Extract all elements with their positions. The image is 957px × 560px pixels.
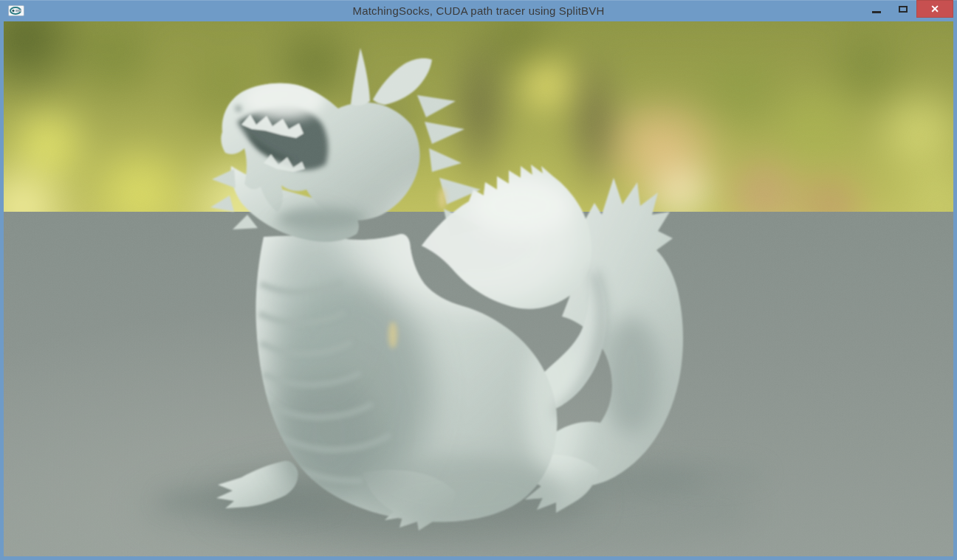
minimize-icon xyxy=(872,11,881,13)
close-button[interactable]: ✕ xyxy=(916,0,953,18)
dragon-render xyxy=(4,21,953,556)
app-icon[interactable] xyxy=(8,5,24,16)
window-controls: ✕ xyxy=(863,0,953,18)
render-noise xyxy=(4,21,953,556)
titlebar[interactable]: MatchingSocks, CUDA path tracer using Sp… xyxy=(0,0,957,21)
app-window: MatchingSocks, CUDA path tracer using Sp… xyxy=(0,0,957,560)
maximize-button[interactable] xyxy=(890,0,916,18)
minimize-button[interactable] xyxy=(863,0,890,18)
window-title: MatchingSocks, CUDA path tracer using Sp… xyxy=(0,4,957,17)
maximize-icon xyxy=(899,6,908,13)
close-icon: ✕ xyxy=(930,3,939,15)
render-viewport[interactable] xyxy=(4,21,953,556)
